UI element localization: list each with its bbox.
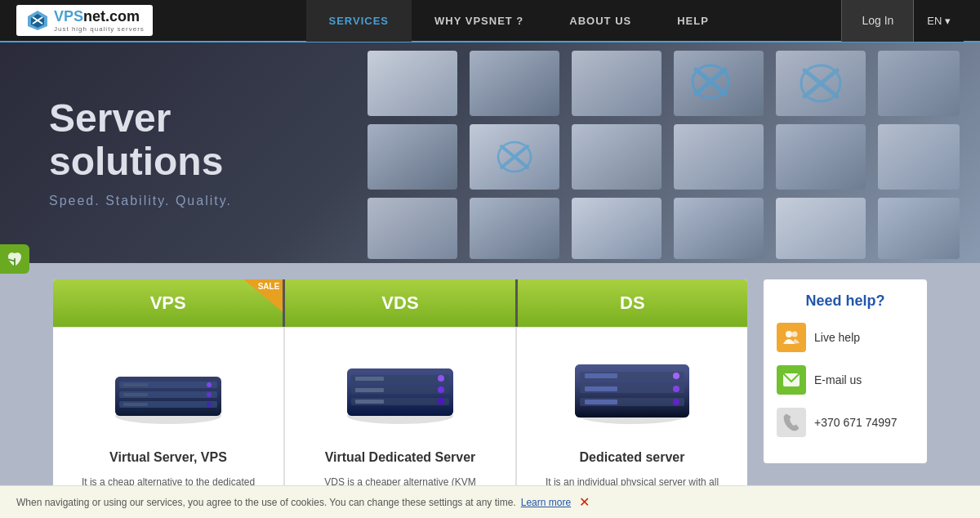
svg-rect-23 bbox=[572, 124, 662, 190]
svg-rect-6 bbox=[572, 51, 662, 116]
svg-rect-14 bbox=[776, 124, 866, 190]
svg-rect-69 bbox=[585, 400, 617, 404]
svg-point-42 bbox=[207, 402, 212, 407]
login-button[interactable]: Log In bbox=[841, 0, 914, 42]
vds-image bbox=[335, 352, 466, 434]
eco-icon bbox=[6, 250, 24, 268]
tab-ds[interactable]: DS bbox=[518, 279, 747, 327]
hero-content: Server solutions Speed. Stability. Quali… bbox=[0, 65, 281, 241]
svg-rect-15 bbox=[878, 124, 960, 190]
hero-title: Server solutions bbox=[49, 97, 232, 184]
envelope-icon bbox=[782, 373, 800, 387]
eco-button[interactable] bbox=[0, 244, 29, 274]
svg-rect-17 bbox=[470, 198, 559, 259]
phone-number: +370 671 74997 bbox=[814, 416, 898, 429]
cookie-learn-more[interactable]: Learn more bbox=[521, 497, 571, 508]
logo-sub: Just high quality servers bbox=[54, 25, 145, 33]
svg-rect-43 bbox=[123, 383, 148, 386]
content-area: VPS Sale VDS DS bbox=[53, 279, 747, 518]
nav-about[interactable]: ABOUT US bbox=[546, 0, 654, 42]
svg-point-53 bbox=[438, 386, 444, 393]
live-help-item[interactable]: Live help bbox=[777, 323, 914, 352]
ds-card-title: Dedicated server bbox=[533, 450, 731, 465]
people-icon bbox=[782, 328, 800, 346]
svg-rect-24 bbox=[776, 198, 866, 259]
svg-rect-44 bbox=[123, 393, 148, 396]
svg-rect-21 bbox=[878, 198, 960, 259]
ds-image bbox=[567, 352, 697, 434]
svg-rect-7 bbox=[674, 51, 764, 116]
svg-rect-9 bbox=[878, 51, 960, 116]
email-help-label: E-mail us bbox=[814, 373, 862, 386]
svg-point-41 bbox=[207, 392, 212, 397]
main-header: VPSnet.com Just high quality servers SER… bbox=[0, 0, 980, 42]
svg-point-40 bbox=[207, 382, 212, 387]
phone-help-item[interactable]: +370 671 74997 bbox=[777, 408, 914, 437]
svg-rect-45 bbox=[123, 403, 148, 406]
email-help-item[interactable]: E-mail us bbox=[777, 365, 914, 395]
svg-rect-67 bbox=[585, 373, 617, 378]
hero-subtitle: Speed. Stability. Quality. bbox=[49, 194, 232, 208]
svg-rect-22 bbox=[368, 51, 457, 116]
vps-server-illustration bbox=[103, 352, 234, 426]
need-help-title: Need help? bbox=[777, 292, 914, 310]
header-right: Log In EN ▾ bbox=[841, 0, 964, 42]
svg-rect-19 bbox=[674, 198, 764, 259]
cookie-text: When navigating or using our services, y… bbox=[16, 497, 516, 508]
nav-help[interactable]: HELP bbox=[654, 0, 732, 42]
nav-services[interactable]: SERVICES bbox=[306, 0, 412, 42]
logo-box[interactable]: VPSnet.com Just high quality servers bbox=[16, 5, 153, 36]
phone-icon-svg bbox=[783, 413, 800, 431]
svg-rect-56 bbox=[355, 388, 384, 392]
language-selector[interactable]: EN ▾ bbox=[914, 0, 964, 42]
need-help-box: Need help? Live help bbox=[764, 279, 927, 463]
svg-point-54 bbox=[438, 398, 444, 404]
svg-rect-13 bbox=[674, 124, 764, 190]
svg-point-64 bbox=[673, 373, 679, 379]
logo-text: VPSnet.com bbox=[54, 8, 145, 25]
logo-icon bbox=[24, 9, 51, 32]
vps-image bbox=[103, 352, 234, 434]
tab-vps[interactable]: VPS Sale bbox=[53, 279, 283, 327]
svg-rect-68 bbox=[585, 386, 617, 391]
svg-rect-57 bbox=[355, 400, 384, 404]
main-content: VPS Sale VDS DS bbox=[45, 279, 935, 518]
svg-rect-10 bbox=[368, 124, 457, 190]
nav-why[interactable]: WHY VPSNET ? bbox=[412, 0, 546, 42]
ds-server-illustration bbox=[567, 352, 697, 426]
svg-point-66 bbox=[673, 399, 679, 405]
vps-card-title: Virtual Server, VPS bbox=[69, 450, 267, 465]
phone-icon bbox=[777, 408, 806, 437]
cookie-close-button[interactable]: ✕ bbox=[579, 494, 590, 510]
sale-badge: Sale bbox=[243, 279, 283, 312]
svg-point-52 bbox=[438, 375, 444, 382]
svg-rect-5 bbox=[470, 51, 559, 116]
main-nav: SERVICES WHY VPSNET ? ABOUT US HELP bbox=[196, 0, 841, 42]
svg-rect-55 bbox=[355, 377, 384, 381]
hero-section: Server solutions Speed. Stability. Quali… bbox=[0, 42, 980, 263]
server-tabs: VPS Sale VDS DS bbox=[53, 279, 747, 327]
sidebar: Need help? Live help bbox=[764, 279, 927, 518]
svg-rect-16 bbox=[368, 198, 457, 259]
cookie-bar: When navigating or using our services, y… bbox=[0, 485, 980, 518]
live-help-icon bbox=[777, 323, 806, 352]
hero-boxes-svg bbox=[351, 42, 972, 263]
svg-point-71 bbox=[792, 332, 798, 337]
vds-server-illustration bbox=[335, 352, 466, 426]
svg-rect-18 bbox=[572, 198, 662, 259]
tab-vds[interactable]: VDS bbox=[285, 279, 514, 327]
svg-point-70 bbox=[786, 331, 792, 337]
logo-area: VPSnet.com Just high quality servers bbox=[16, 5, 196, 36]
email-icon bbox=[777, 365, 806, 395]
hero-decoration bbox=[343, 42, 980, 263]
svg-point-65 bbox=[673, 386, 679, 392]
vds-card-title: Virtual Dedicated Server bbox=[301, 450, 499, 465]
live-help-label: Live help bbox=[814, 331, 860, 344]
